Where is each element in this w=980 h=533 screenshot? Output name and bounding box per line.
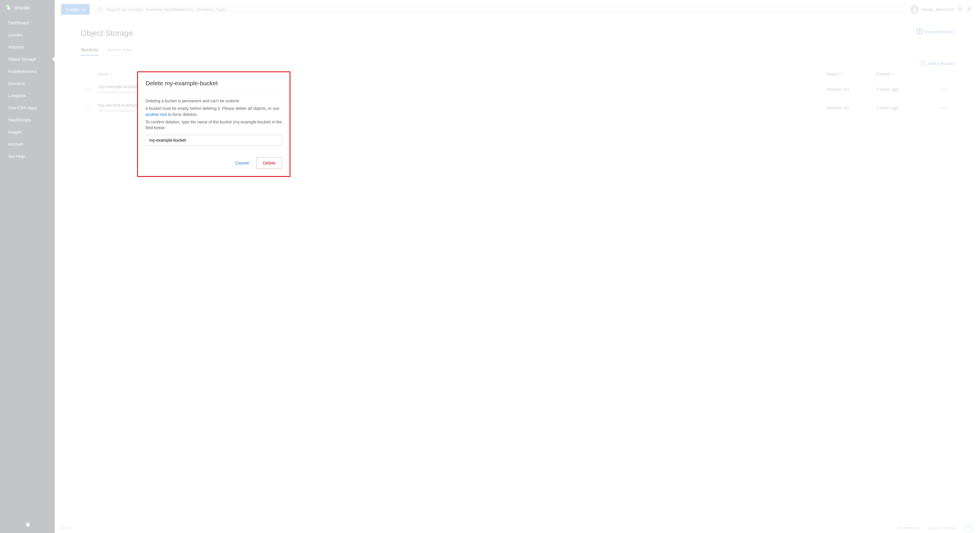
modal-text-1: Deleting a bucket is permanent and can't… xyxy=(145,98,282,104)
modal-title: Delete my-example-bucket xyxy=(145,80,282,87)
cancel-button[interactable]: Cancel xyxy=(234,157,250,168)
delete-bucket-modal: Delete my-example-bucket Deleting a buck… xyxy=(137,71,290,177)
delete-button[interactable]: Delete xyxy=(256,157,282,168)
modal-text-2: A bucket must be empty before deleting i… xyxy=(145,106,282,117)
divider xyxy=(138,92,290,93)
modal-text-3: To confirm deletion, type the name of th… xyxy=(145,119,282,131)
another-tool-link[interactable]: another tool xyxy=(145,112,167,117)
confirm-bucket-name-input[interactable] xyxy=(145,135,282,146)
